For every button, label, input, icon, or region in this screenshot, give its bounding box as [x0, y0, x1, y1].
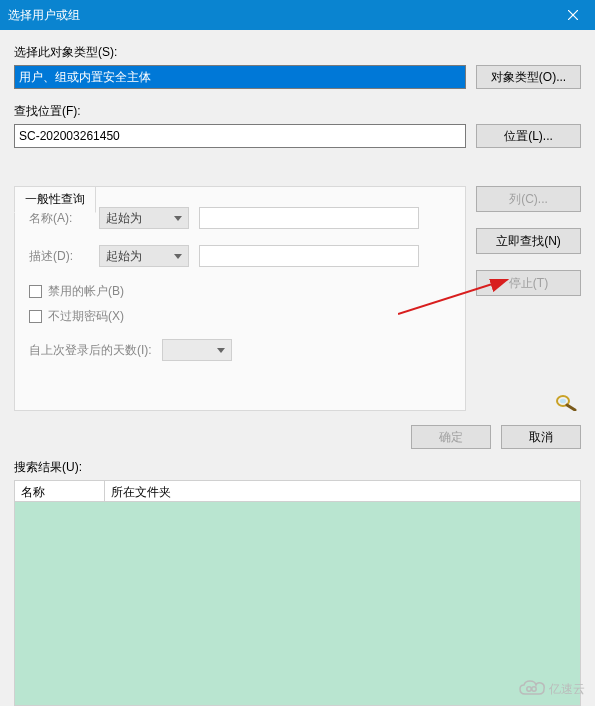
- days-since-login-label: 自上次登录后的天数(I):: [29, 342, 152, 359]
- results-label: 搜索结果(U):: [14, 459, 581, 476]
- object-type-label: 选择此对象类型(S):: [14, 44, 581, 61]
- tab-area: 一般性查询 名称(A): 起始为 描述(D):: [14, 186, 466, 411]
- svg-point-8: [532, 687, 536, 691]
- desc-input[interactable]: [199, 245, 419, 267]
- find-now-button[interactable]: 立即查找(N): [476, 228, 581, 254]
- tab-panel: 名称(A): 起始为 描述(D): 起始为: [14, 186, 466, 411]
- results-col-name[interactable]: 名称: [15, 481, 105, 501]
- watermark-text: 亿速云: [549, 681, 585, 698]
- dialog-window: 选择用户或组 选择此对象类型(S): 用户、组或内置安全主体 对象类型(O)..…: [0, 0, 595, 706]
- ok-button[interactable]: 确定: [411, 425, 491, 449]
- close-button[interactable]: [550, 0, 595, 30]
- side-buttons: 列(C)... 立即查找(N) 停止(T): [476, 162, 581, 411]
- svg-point-4: [560, 399, 566, 404]
- columns-button[interactable]: 列(C)...: [476, 186, 581, 212]
- days-combo[interactable]: [162, 339, 232, 361]
- desc-mode-combo[interactable]: 起始为: [99, 245, 189, 267]
- noexpire-password-label: 不过期密码(X): [48, 308, 124, 325]
- results-col-location[interactable]: 所在文件夹: [105, 481, 580, 501]
- close-icon: [568, 10, 578, 20]
- results-header: 名称 所在文件夹: [14, 480, 581, 502]
- locations-button[interactable]: 位置(L)...: [476, 124, 581, 148]
- name-mode-combo[interactable]: 起始为: [99, 207, 189, 229]
- object-type-field[interactable]: 用户、组或内置安全主体: [14, 65, 466, 89]
- object-types-button[interactable]: 对象类型(O)...: [476, 65, 581, 89]
- titlebar: 选择用户或组: [0, 0, 595, 30]
- location-label: 查找位置(F):: [14, 103, 581, 120]
- location-field[interactable]: SC-202003261450: [14, 124, 466, 148]
- tab-general-query[interactable]: 一般性查询: [14, 186, 96, 213]
- dialog-buttons: 确定 取消: [14, 411, 581, 459]
- cloud-icon: [519, 680, 545, 698]
- name-input[interactable]: [199, 207, 419, 229]
- dialog-body: 选择此对象类型(S): 用户、组或内置安全主体 对象类型(O)... 查找位置(…: [0, 30, 595, 706]
- chevron-down-icon: [174, 216, 182, 221]
- location-value: SC-202003261450: [19, 129, 120, 143]
- noexpire-password-checkbox[interactable]: [29, 310, 42, 323]
- disabled-accounts-label: 禁用的帐户(B): [48, 283, 124, 300]
- object-type-value: 用户、组或内置安全主体: [19, 69, 151, 86]
- stop-button[interactable]: 停止(T): [476, 270, 581, 296]
- disabled-accounts-checkbox[interactable]: [29, 285, 42, 298]
- chevron-down-icon: [174, 254, 182, 259]
- cancel-button[interactable]: 取消: [501, 425, 581, 449]
- results-list[interactable]: [14, 502, 581, 706]
- watermark: 亿速云: [519, 680, 585, 698]
- svg-line-3: [567, 405, 575, 410]
- chevron-down-icon: [217, 348, 225, 353]
- search-icon: [553, 393, 581, 411]
- desc-label: 描述(D):: [29, 248, 89, 265]
- svg-point-7: [527, 687, 531, 691]
- window-title: 选择用户或组: [8, 7, 80, 24]
